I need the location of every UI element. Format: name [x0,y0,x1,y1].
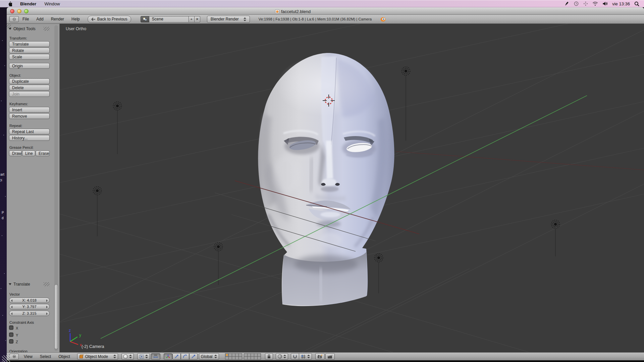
view-menu[interactable]: View [20,353,36,360]
history-button[interactable]: History... [9,135,50,141]
layer-cell-active[interactable] [225,354,228,356]
app-menu-blender[interactable]: Blender [16,0,40,7]
menu-help[interactable]: Help [68,15,84,23]
transform-label: Transform: [9,36,27,40]
grease-erase-button[interactable]: Erase [36,150,50,156]
translate-manipulator-icon [174,354,179,359]
close-button[interactable] [10,9,14,13]
desktop-label-fragment: P [2,211,4,215]
scene-unlink-button[interactable]: ✕ [195,16,200,22]
shelf-scrollbar-thumb[interactable] [54,284,58,349]
axis-y-label: y [79,333,81,338]
constraint-z-checkbox[interactable] [9,339,13,344]
grease-line-button[interactable]: Line [22,150,35,156]
clapperboard-icon [327,354,333,359]
menu-window[interactable]: Window [40,0,64,7]
lock-to-scene-toggle[interactable] [265,353,273,360]
remove-keyframe-button[interactable]: Remove [9,113,50,119]
scene-browse-button[interactable] [141,16,149,22]
scene-name-field[interactable]: Scene [149,16,189,22]
window-title: faccetut2.blend [275,8,311,15]
desktop-label-fragment: art [0,173,4,176]
constraint-z-label: Z [16,340,18,344]
select-menu[interactable]: Select [36,353,55,360]
constraint-y-checkbox[interactable] [9,333,13,337]
duplicate-button[interactable]: Duplicate [9,78,50,84]
panel-drag-icon[interactable] [44,27,50,31]
macos-menubar: Blender Window vie 13:36 [0,0,644,7]
constraint-x-checkbox[interactable] [9,325,13,330]
menubar-clock[interactable]: vie 13:36 [612,1,630,6]
window-titlebar[interactable]: faccetut2.blend [7,7,644,15]
axis-z-label: z [69,328,71,333]
viewport-3d[interactable]: z y x User Ortho (-2) Camera [0,0,644,362]
editor-type-button[interactable] [9,16,19,22]
rotate-manipulator-button[interactable] [181,353,189,360]
translate-button[interactable]: Translate [9,41,50,47]
snap-target-dropdown[interactable] [299,353,312,360]
object-menu[interactable]: Object [55,353,74,360]
scene-datablock-selector: Scene + ✕ [141,16,200,22]
render-engine-dropdown[interactable]: Blender Render [207,16,250,23]
snap-element-dropdown[interactable] [276,353,288,360]
join-button[interactable]: Join [9,91,50,97]
scene-icon [143,17,147,21]
scene-add-button[interactable]: + [189,16,195,22]
blender-logo-icon [380,17,385,21]
translate-manipulator-button[interactable] [172,353,181,360]
pen-tablet-icon[interactable] [564,1,569,6]
transform-orientation-dropdown[interactable]: Global [199,353,219,360]
manipulator-toggle[interactable] [164,353,172,360]
viewport-shading-dropdown[interactable] [121,353,134,360]
insert-keyframe-button[interactable]: Insert [9,107,50,113]
back-arrow-icon [91,17,96,21]
resize-grip[interactable] [2,355,10,362]
dropdown-arrows-icon [307,355,310,358]
minimize-button[interactable] [17,9,21,13]
manipulate-center-points-toggle[interactable] [151,353,160,360]
viewport-editor-type-button[interactable] [9,354,19,360]
orientation-label: Orientation [9,349,28,352]
menu-file[interactable]: File [19,15,33,23]
origin-button[interactable]: Origin [9,63,50,69]
snap-volume-icon [278,354,282,359]
panel-drag-icon[interactable] [44,282,50,286]
vector-x-field[interactable]: X: 4.018 [9,298,50,303]
time-machine-icon[interactable] [574,1,579,6]
input-dots-icon[interactable] [583,1,588,6]
scale-manipulator-button[interactable] [189,353,198,360]
wifi-icon[interactable] [592,1,598,6]
opengl-render-anim-button[interactable] [325,353,335,360]
solid-shading-icon [123,354,128,359]
lock-icon [267,354,271,359]
back-to-previous-button[interactable]: Back to Previous [88,16,131,23]
snap-toggle[interactable] [291,353,299,360]
layers-grid-1[interactable] [225,353,242,360]
constraint-y-label: Y [16,333,18,337]
delete-button[interactable]: Delete [9,85,50,90]
vector-z-field[interactable]: Z: 3.315 [9,311,50,316]
vector-y-field[interactable]: Y: 3.797 [9,304,50,309]
pivot-point-dropdown[interactable] [137,353,150,360]
opengl-render-button[interactable] [315,353,325,360]
mode-dropdown[interactable]: Object Mode [77,353,118,360]
volume-icon[interactable] [602,1,608,6]
zoom-button[interactable] [24,9,29,13]
keyframes-label: Keyframes: [9,102,28,106]
apple-menu[interactable] [3,0,16,7]
object-tools-panel-header[interactable]: Object Tools [9,26,36,31]
rotate-button[interactable]: Rotate [9,48,50,53]
menu-add[interactable]: Add [33,15,47,23]
layers-grid-2[interactable] [244,353,261,360]
translate-panel-header[interactable]: Translate [9,282,30,287]
repeat-last-button[interactable]: Repeat Last [9,129,50,134]
snap-target-icon [301,354,306,359]
dropdown-arrows-icon [113,355,116,358]
grease-draw-button[interactable]: Draw [9,150,22,156]
spotlight-icon[interactable] [634,1,639,6]
dropdown-arrows-icon [283,355,286,358]
panel-collapse-icon [9,283,11,285]
desktop-wallpaper: art y. P d [0,0,7,362]
scale-button[interactable]: Scale [9,54,50,60]
menu-render[interactable]: Render [47,15,68,23]
